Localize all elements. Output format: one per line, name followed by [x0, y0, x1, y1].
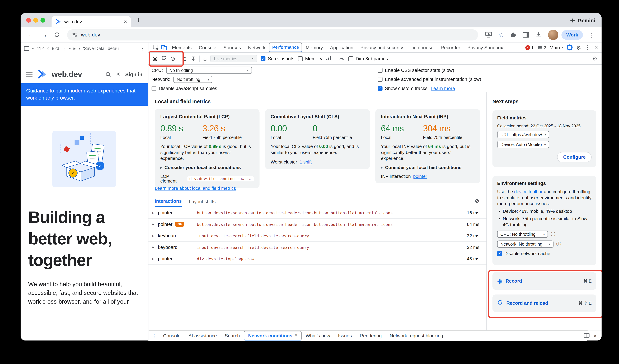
clear-button[interactable]: ⊘ [170, 56, 175, 61]
env-network-select[interactable]: Network: No throttling▾ [497, 240, 553, 248]
capture-settings-gear-icon[interactable]: ⚙ [592, 56, 598, 61]
hamburger-menu-icon[interactable] [26, 72, 33, 77]
devtools-tab-sources[interactable]: Sources [220, 42, 244, 52]
cpu-info-icon[interactable]: ⓘ [551, 231, 556, 238]
env-cpu-select[interactable]: CPU: No throttling▾ [497, 231, 548, 238]
expander-icon[interactable]: ▸ [153, 245, 158, 249]
chevron-down-icon[interactable]: ▾ [79, 47, 80, 50]
drawer-tab-ai-assistance[interactable]: AI assistance [184, 331, 221, 340]
gemini-button[interactable]: Gemini [570, 13, 595, 28]
drawer-menu-icon[interactable]: ⋮ [152, 333, 157, 339]
devtools-tab-recorder[interactable]: Recorder [437, 42, 464, 52]
devtools-tab-network[interactable]: Network [244, 42, 269, 52]
message-badge[interactable]: 2 [537, 45, 546, 50]
custom-tracks-checkbox[interactable]: ✓ Show custom tracks [378, 86, 428, 91]
close-window-button[interactable] [26, 18, 31, 23]
emulation-menu-icon[interactable]: ⋮ [141, 46, 145, 51]
devtools-tab-memory[interactable]: Memory [302, 42, 326, 52]
devtools-tab-lighthouse[interactable]: Lighthouse [407, 42, 437, 52]
device-select[interactable]: Device: Auto (Mobile)▾ [497, 141, 549, 148]
tab-close-icon[interactable]: × [124, 19, 127, 24]
devtools-tab-console[interactable]: Console [195, 42, 220, 52]
expander-icon[interactable]: ▸ [153, 234, 158, 238]
omnibox[interactable]: web.dev [67, 29, 478, 40]
dimensions-icon[interactable] [24, 46, 29, 51]
network-info-icon[interactable]: ⓘ [556, 241, 561, 248]
lcp-disclosure[interactable]: ▸Consider your local test conditions [160, 165, 254, 170]
minimize-window-button[interactable] [33, 18, 38, 23]
devtools-tab-privacy-sandbox[interactable]: Privacy Sandbox [464, 42, 507, 52]
expander-icon[interactable]: ▸ [153, 257, 158, 261]
event-selector[interactable]: button.devsite-search-button.devsite-hea… [197, 222, 393, 226]
clear-interactions-icon[interactable]: ⊘ [475, 197, 479, 204]
network-throttle-icon[interactable] [326, 55, 331, 62]
downloads-icon[interactable] [536, 32, 542, 38]
disable-network-cache-checkbox[interactable]: ✓ Disable network cache [497, 251, 550, 256]
inp-interaction-link[interactable]: pointer [413, 174, 427, 179]
forward-button[interactable]: → [39, 31, 50, 39]
drawer-tab-search[interactable]: Search [221, 331, 244, 340]
record-and-reload-button[interactable] [161, 55, 167, 62]
drawer-close-icon[interactable]: × [594, 333, 597, 338]
interaction-row[interactable]: ▸ keyboard input.devsite-search-field.de… [148, 242, 486, 253]
paint-instrumentation-checkbox[interactable]: Enable advanced paint instrumentation (s… [378, 77, 481, 82]
disable-js-samples-checkbox[interactable]: Disable JavaScript samples [152, 86, 217, 91]
load-profile-button[interactable]: ↥ [183, 56, 187, 61]
dim-3rd-parties-checkbox[interactable]: Dim 3rd parties [349, 56, 388, 61]
inp-disclosure[interactable]: ▸Consider your local test conditions [381, 165, 475, 170]
cpu-gauge-icon[interactable] [339, 55, 345, 62]
save-profile-button[interactable]: ↧ [191, 56, 196, 61]
bookmark-star-icon[interactable]: ☆ [498, 31, 504, 39]
cpu-throttling-select[interactable]: No throttling ▾ [166, 67, 252, 74]
webdev-logo[interactable] [37, 70, 47, 79]
throttle-play-icon[interactable]: ▶ [73, 47, 76, 50]
learn-more-link[interactable]: Learn more [431, 86, 455, 91]
devtools-menu-icon[interactable]: ⋮ [585, 44, 591, 50]
back-button[interactable]: ← [25, 31, 37, 39]
dock-side-icon[interactable] [584, 332, 590, 339]
side-panel-icon[interactable] [522, 32, 529, 38]
device-toolbar-icon[interactable] [161, 45, 167, 50]
devtools-tab-privacy[interactable]: Privacy and security [357, 42, 407, 52]
devtools-close-icon[interactable]: × [594, 44, 598, 51]
theme-toggle-icon[interactable]: ☀ [116, 71, 121, 78]
css-selector-stats-checkbox[interactable]: Enable CSS selector stats (slow) [378, 67, 454, 73]
header-override-text[interactable]: 'Save-Data': defau [83, 46, 119, 51]
event-selector[interactable]: input.devsite-search-field.devsite-searc… [197, 234, 309, 238]
devtools-tab-application[interactable]: Application [326, 42, 357, 52]
interactions-tab[interactable]: Interactions [155, 196, 182, 207]
record-shortcut-card[interactable]: ◉ Record ⌘ E [492, 272, 597, 290]
avatar[interactable] [548, 29, 558, 40]
event-selector[interactable]: button.devsite-search-button.devsite-hea… [197, 210, 393, 215]
live-metrics-home-button[interactable]: ⌂ [203, 56, 207, 61]
expander-icon[interactable]: ▸ [153, 211, 158, 215]
reload-button[interactable] [54, 32, 60, 38]
install-icon[interactable] [485, 32, 492, 38]
drawer-tab-whats-new[interactable]: What's new [302, 331, 334, 340]
browser-menu-icon[interactable]: ⋮ [586, 31, 597, 38]
profile-chip[interactable]: Work [562, 30, 583, 39]
interaction-row[interactable]: ▸ pointerINP button.devsite-search-butto… [148, 219, 486, 230]
zoom-kebab-icon[interactable]: ⋮ [62, 46, 66, 51]
drawer-tab-issues[interactable]: Issues [334, 331, 356, 340]
drawer-tab-network-request-blocking[interactable]: Network request blocking [386, 331, 447, 340]
main-context-select[interactable]: Main ▾ [549, 45, 563, 50]
sign-in-link[interactable]: Sign in [125, 71, 142, 77]
record-reload-card[interactable]: Record and reload ⌘ ⇧ E [492, 294, 597, 312]
cls-cluster-link[interactable]: 1 shift [299, 160, 311, 164]
site-settings-icon[interactable] [72, 32, 77, 38]
network-throttling-select[interactable]: No throttling ▾ [173, 76, 212, 83]
event-selector[interactable]: input.devsite-search-field.devsite-searc… [197, 245, 309, 249]
new-tab-button[interactable]: + [137, 16, 141, 24]
record-button[interactable]: ◉ [153, 56, 158, 61]
url-select[interactable]: URL: https://web.dev/▾ [497, 131, 549, 138]
drawer-tab-rendering[interactable]: Rendering [356, 331, 386, 340]
event-selector[interactable]: div.devsite-top-logo-row [197, 256, 254, 261]
layout-shifts-tab[interactable]: Layout shifts [189, 199, 216, 204]
interaction-row[interactable]: ▸ pointer div.devsite-top-logo-row 48 ms [148, 253, 486, 265]
expander-icon[interactable]: ▸ [153, 222, 158, 226]
configure-button[interactable]: Configure [557, 152, 592, 162]
browser-tab[interactable]: web.dev × [52, 16, 131, 28]
lcp-element-chip[interactable]: div.devsite-landing-row-ite… [187, 176, 254, 181]
site-brand[interactable]: web.dev [52, 70, 82, 79]
